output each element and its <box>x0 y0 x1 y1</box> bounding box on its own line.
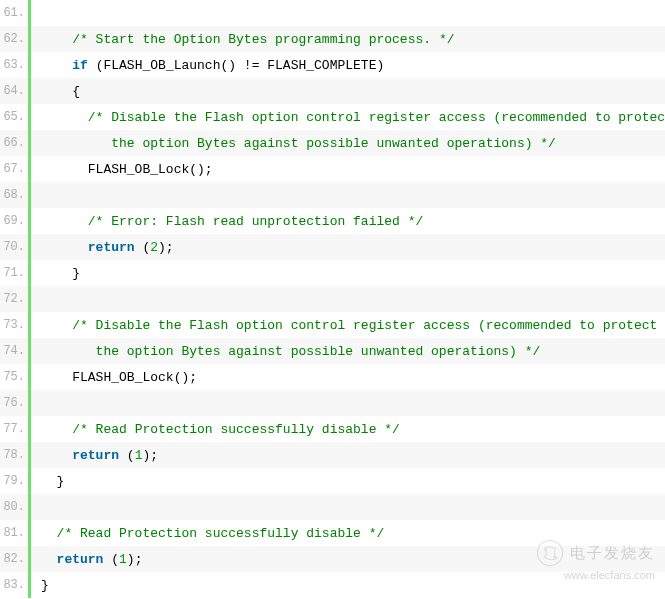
line-number: 80. <box>0 500 28 514</box>
gutter-bar <box>28 338 31 364</box>
line-number: 67. <box>0 162 28 176</box>
line-number: 61. <box>0 6 28 20</box>
gutter-bar <box>28 260 31 286</box>
code-line: 83.} <box>0 572 665 598</box>
line-number: 77. <box>0 422 28 436</box>
code-content: return (2); <box>33 240 174 255</box>
code-content <box>33 500 72 515</box>
gutter-bar <box>28 104 31 130</box>
line-number: 63. <box>0 58 28 72</box>
code-content <box>33 396 72 411</box>
code-line: 61. <box>0 0 665 26</box>
gutter-bar <box>28 26 31 52</box>
line-number: 66. <box>0 136 28 150</box>
code-line: 66. the option Bytes against possible un… <box>0 130 665 156</box>
line-number: 78. <box>0 448 28 462</box>
code-content: { <box>33 84 80 99</box>
code-line: 72. <box>0 286 665 312</box>
code-content: return (1); <box>33 552 142 567</box>
gutter-bar <box>28 572 31 598</box>
gutter-bar <box>28 52 31 78</box>
line-number: 79. <box>0 474 28 488</box>
line-number: 72. <box>0 292 28 306</box>
line-number: 65. <box>0 110 28 124</box>
gutter-bar <box>28 78 31 104</box>
gutter-bar <box>28 182 31 208</box>
code-content <box>33 6 72 21</box>
gutter-bar <box>28 130 31 156</box>
code-line: 64. { <box>0 78 665 104</box>
gutter-bar <box>28 364 31 390</box>
line-number: 81. <box>0 526 28 540</box>
gutter-bar <box>28 546 31 572</box>
line-number: 76. <box>0 396 28 410</box>
code-content: FLASH_OB_Lock(); <box>33 370 197 385</box>
code-content: the option Bytes against possible unwant… <box>33 344 540 359</box>
line-number: 82. <box>0 552 28 566</box>
code-content: return (1); <box>33 448 158 463</box>
line-number: 68. <box>0 188 28 202</box>
gutter-bar <box>28 520 31 546</box>
line-number: 70. <box>0 240 28 254</box>
code-content: } <box>33 474 64 489</box>
code-content: /* Read Protection successfully disable … <box>33 526 384 541</box>
code-content <box>33 292 72 307</box>
code-line: 73. /* Disable the Flash option control … <box>0 312 665 338</box>
gutter-bar <box>28 390 31 416</box>
code-line: 62. /* Start the Option Bytes programmin… <box>0 26 665 52</box>
code-content: /* Disable the Flash option control regi… <box>33 318 657 333</box>
code-line: 71. } <box>0 260 665 286</box>
gutter-bar <box>28 234 31 260</box>
code-line: 68. <box>0 182 665 208</box>
code-line: 76. <box>0 390 665 416</box>
code-content: } <box>33 578 49 593</box>
code-content <box>33 188 72 203</box>
code-line: 70. return (2); <box>0 234 665 260</box>
code-line: 82. return (1); <box>0 546 665 572</box>
code-line: 79. } <box>0 468 665 494</box>
line-number: 62. <box>0 32 28 46</box>
code-content: /* Disable the Flash option control regi… <box>33 110 665 125</box>
gutter-bar <box>28 416 31 442</box>
line-number: 71. <box>0 266 28 280</box>
code-content: /* Error: Flash read unprotection failed… <box>33 214 423 229</box>
line-number: 74. <box>0 344 28 358</box>
gutter-bar <box>28 494 31 520</box>
gutter-bar <box>28 156 31 182</box>
code-content: the option Bytes against possible unwant… <box>33 136 556 151</box>
line-number: 73. <box>0 318 28 332</box>
code-line: 67. FLASH_OB_Lock(); <box>0 156 665 182</box>
code-content: if (FLASH_OB_Launch() != FLASH_COMPLETE) <box>33 58 384 73</box>
code-line: 63. if (FLASH_OB_Launch() != FLASH_COMPL… <box>0 52 665 78</box>
line-number: 83. <box>0 578 28 592</box>
code-content: /* Start the Option Bytes programming pr… <box>33 32 454 47</box>
code-content: FLASH_OB_Lock(); <box>33 162 213 177</box>
line-number: 64. <box>0 84 28 98</box>
code-viewer: 61. 62. /* Start the Option Bytes progra… <box>0 0 665 598</box>
code-line: 69. /* Error: Flash read unprotection fa… <box>0 208 665 234</box>
line-number: 75. <box>0 370 28 384</box>
gutter-bar <box>28 208 31 234</box>
gutter-bar <box>28 468 31 494</box>
code-content: /* Read Protection successfully disable … <box>33 422 400 437</box>
code-line: 65. /* Disable the Flash option control … <box>0 104 665 130</box>
code-line: 75. FLASH_OB_Lock(); <box>0 364 665 390</box>
code-line: 77. /* Read Protection successfully disa… <box>0 416 665 442</box>
gutter-bar <box>28 442 31 468</box>
code-line: 81. /* Read Protection successfully disa… <box>0 520 665 546</box>
gutter-bar <box>28 0 31 26</box>
code-line: 74. the option Bytes against possible un… <box>0 338 665 364</box>
gutter-bar <box>28 286 31 312</box>
gutter-bar <box>28 312 31 338</box>
code-line: 80. <box>0 494 665 520</box>
code-content: } <box>33 266 80 281</box>
line-number: 69. <box>0 214 28 228</box>
code-line: 78. return (1); <box>0 442 665 468</box>
